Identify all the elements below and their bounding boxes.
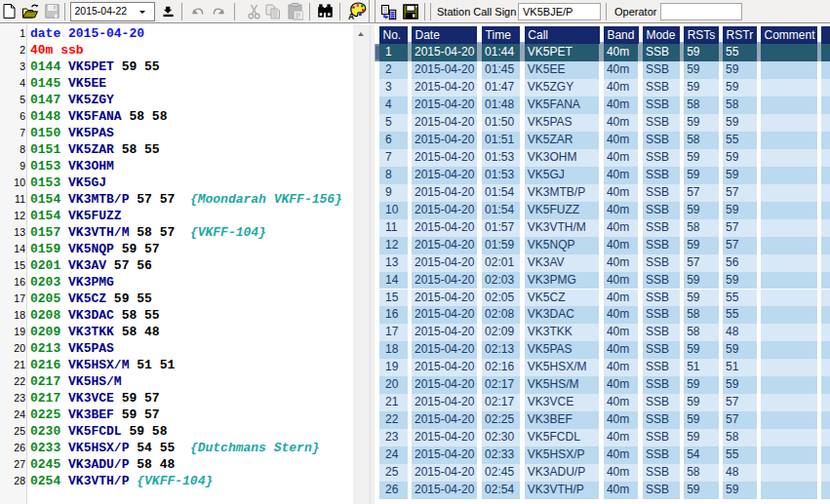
svg-text:A: A <box>348 12 354 20</box>
